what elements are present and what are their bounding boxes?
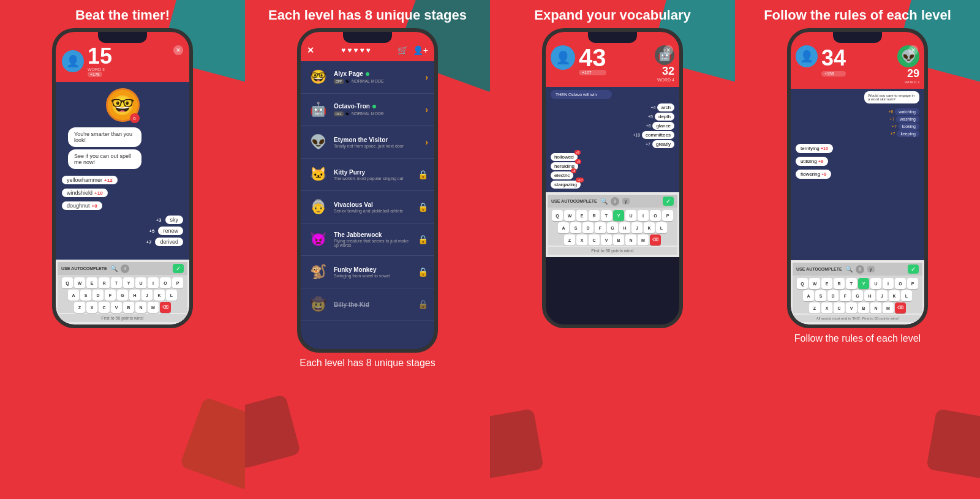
p4-player-avatar: 👤	[796, 45, 818, 67]
p1-keyboard: USE AUTOCOMPLETE 🔍 4 ✓ QWERTYUIOP ASDFGH…	[56, 260, 189, 325]
panel-1: Beat the timer! 👤 15 WORD 3 +178 ×	[0, 0, 245, 499]
p1-chat-1: You're smarter than you look!	[68, 127, 141, 147]
lock-8: 🔒	[418, 299, 428, 309]
p4-rule-text: All words must end in 'ING'. First to 50…	[793, 315, 922, 322]
p4-word-label: WORD 3	[905, 80, 919, 84]
p3-right-side: × 🤖 32 WORD 4	[655, 45, 674, 82]
phone-1-screen: 👤 15 WORD 3 +178 × 🤓 6	[56, 32, 189, 325]
phone-2-screen: ✕ ♥ ♥ ♥ ♥ ♥ 🛒 👤+ �	[301, 32, 434, 349]
panel-3-caption: Expand your vocabulary	[528, 0, 697, 28]
opponent-item-4[interactable]: 🐱 Kitty Purry The world's most popular s…	[301, 159, 434, 191]
p1-avatar: 👤	[62, 50, 84, 72]
p3-keyboard-row-3: ZXCVBNM⌫	[549, 234, 676, 246]
p3-autocomplete-bar: USE AUTOCOMPLETE 🔍 9 y ✓	[548, 195, 677, 208]
opponent-info-2: Octavo-Tron OFF ☯ NORMAL MODE	[334, 103, 420, 116]
p4-opp-score: 29	[907, 67, 919, 80]
p3-keyboard-row-2: ASDFGHJKL	[549, 222, 676, 233]
p4-keyboard: USE AUTOCOMPLETE 🔍 6 y ✓ QWERTYUIOP ASDF…	[791, 260, 924, 325]
opponent-avatar-8: 🤠	[307, 293, 329, 315]
opponent-item-8[interactable]: 🤠 Billy the Kid 🔒	[301, 288, 434, 321]
p1-keyboard-row-1: QWERTYUIOP	[59, 277, 186, 288]
p4-player-score: 34	[821, 45, 846, 71]
opponent-avatar-5: 👵	[307, 196, 329, 218]
p3-word-label: WORD 4	[657, 78, 674, 82]
opponent-avatar-3: 👽	[307, 131, 329, 153]
online-indicator-1	[366, 72, 369, 76]
opponent-info-7: Funky Monkey Swinging from vowel to vowe…	[334, 266, 413, 278]
p1-keyboard-row-2: ASDFGHJKL	[59, 290, 186, 301]
p4-checkmark[interactable]: ✓	[908, 265, 919, 274]
word-chip-2: windshield +10	[62, 189, 108, 197]
p1-keyboard-row-3: ZXCVBNM⌫	[59, 302, 186, 313]
p1-autocomplete-bar: USE AUTOCOMPLETE 🔍 4 ✓	[58, 262, 187, 275]
word-right-3: +7 derived	[61, 236, 184, 247]
chevron-3: ›	[425, 137, 428, 147]
p4-keyboard-row-1: QWERTYUIOP	[794, 278, 921, 289]
lock-5: 🔒	[418, 202, 428, 212]
p4-chat-bubble: Would you care to engage in a word skirm…	[864, 91, 919, 103]
chevron-2: ›	[425, 105, 428, 114]
panel-4: Follow the rules of each level 👤 34 +158…	[735, 0, 980, 499]
word-chip-1: yellowhammer +12	[62, 176, 118, 184]
p1-points-badge: +178	[88, 72, 102, 77]
p1-chat-area: You're smarter than you look! See if you…	[56, 125, 189, 171]
p3-player-words: hollowed+8 heralding+9 electric+8 starga…	[546, 149, 679, 192]
opponent-item-3[interactable]: 👽 Etymon the Visitor Totally not from sp…	[301, 126, 434, 159]
phone-1: 👤 15 WORD 3 +178 × 🤓 6	[52, 28, 193, 328]
panel-4-caption: Follow the rules of each level	[758, 0, 957, 28]
p3-opp-words: +4 arch +5 depth +6 glance +10	[546, 102, 679, 149]
p1-emoji-container: 🤓 6	[56, 82, 189, 125]
lock-4: 🔒	[418, 170, 428, 179]
panel-1-caption: Beat the timer!	[69, 0, 176, 28]
panel-2: Each level has 8 unique stages ✕ ♥ ♥ ♥ ♥…	[245, 0, 490, 499]
phone-2-notch	[343, 32, 392, 43]
opponent-info-8: Billy the Kid	[334, 301, 413, 308]
word-left-2: windshield +10	[61, 187, 184, 198]
opponent-avatar-1: 🤓	[307, 66, 329, 88]
p3-close[interactable]: ×	[663, 45, 673, 55]
p3-keyboard: USE AUTOCOMPLETE 🔍 9 y ✓ QWERTYUIOP ASDF…	[546, 192, 679, 257]
opponent-info-6: The Jabberwock Flying creature that seem…	[334, 231, 413, 247]
panel-4-sub-caption: Follow the rules of each level	[788, 328, 927, 349]
p1-checkmark[interactable]: ✓	[173, 264, 184, 273]
phone-3: 👤 43 +107 × 🤖 32 WORD 4	[542, 28, 683, 328]
p4-close[interactable]: ×	[908, 45, 918, 55]
opponent-list: 🤓 Alyx Page OFF ☯ NORMAL MODE	[301, 61, 434, 349]
phone-4-screen: 👤 34 +158 × 👽 29 WORD 3	[791, 32, 924, 325]
p4-keyboard-row-2: ASDFGHJKL	[794, 290, 921, 301]
opponent-info-1: Alyx Page OFF ☯ NORMAL MODE	[334, 70, 420, 84]
opponent-item-2[interactable]: 🤖 Octavo-Tron OFF ☯ NORMAL MODE	[301, 94, 434, 126]
p4-opp-words: +8 watching +7 washing +7 looking +7	[791, 108, 924, 138]
add-user-icon[interactable]: 👤+	[413, 45, 428, 55]
p4-keyboard-row-3: ZXCVBNM⌫	[794, 302, 921, 313]
p2-close[interactable]: ✕	[307, 45, 314, 55]
p4-autocomplete-bar: USE AUTOCOMPLETE 🔍 6 y ✓	[793, 263, 922, 276]
p4-player-words: terrifying +10 utilizing +9 flowering +9	[791, 138, 924, 182]
phone-2: ✕ ♥ ♥ ♥ ♥ ♥ 🛒 👤+ �	[297, 28, 438, 353]
cart-icon[interactable]: 🛒	[398, 45, 408, 55]
p3-keyboard-row-1: QWERTYUIOP	[549, 210, 676, 221]
word-left-1: yellowhammer +12	[61, 174, 184, 186]
phone-3-screen: 👤 43 +107 × 🤖 32 WORD 4	[546, 32, 679, 325]
opponent-item-1[interactable]: 🤓 Alyx Page OFF ☯ NORMAL MODE	[301, 61, 434, 94]
chevron-1: ›	[425, 72, 428, 82]
online-indicator-2	[372, 105, 376, 108]
word-left-3: doughnut +8	[61, 200, 184, 211]
p1-score: 15	[88, 45, 112, 67]
p1-words-left: yellowhammer +12 windshield +10 doughnut	[56, 171, 189, 214]
panel-2-caption: Each level has 8 unique stages	[262, 0, 473, 28]
phone-1-notch	[98, 32, 147, 43]
p1-bottom-text: First to 50 points wins!	[58, 314, 187, 322]
opponent-item-6[interactable]: 👿 The Jabberwock Flying creature that se…	[301, 223, 434, 256]
p3-opp-score: 32	[662, 65, 674, 78]
opponent-item-5[interactable]: 👵 Vivacious Val Senior bowling and pickl…	[301, 191, 434, 223]
p1-close[interactable]: ×	[173, 45, 183, 55]
p3-player-score: 43	[579, 45, 606, 70]
opponent-item-7[interactable]: 🐒 Funky Monkey Swinging from vowel to vo…	[301, 256, 434, 288]
opponent-avatar-4: 🐱	[307, 163, 329, 186]
p1-word-label: WORD 3	[88, 67, 105, 72]
phone-3-notch	[588, 32, 637, 43]
word-right-2: +5 renew	[61, 225, 184, 236]
p3-checkmark[interactable]: ✓	[663, 197, 674, 206]
p4-chat-area: Would you care to engage in a word skirm…	[791, 89, 924, 108]
